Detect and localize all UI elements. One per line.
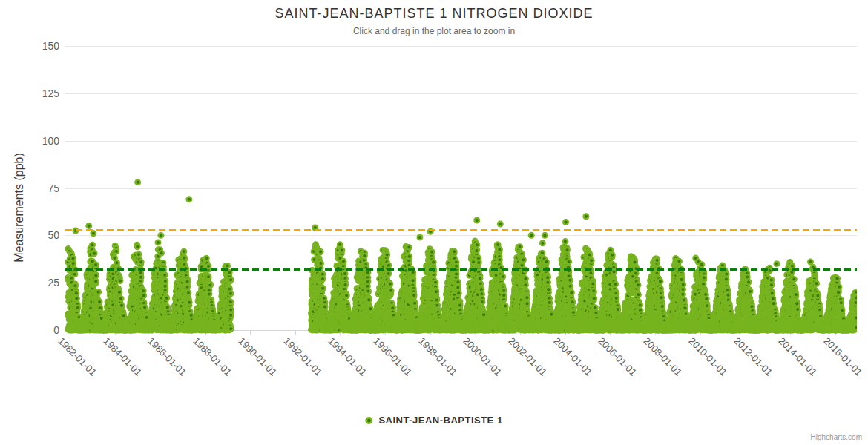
upper-threshold-line [65,229,857,231]
x-axis-tick-label: 1996-01-01 [371,335,414,378]
y-axis-tick-label: 150 [6,40,59,52]
x-axis-tick-label: 1998-01-01 [416,335,459,378]
x-axis-tick-label: 1984-01-01 [101,335,144,378]
x-axis-tick-label: 1994-01-01 [326,335,369,378]
lower-threshold-line [65,268,857,271]
x-axis-tick-label: 2014-01-01 [777,335,820,378]
y-axis-tick-label: 0 [6,324,59,336]
highcharts-credits-link[interactable]: Highcharts.com [811,433,862,441]
scatter-points-canvas[interactable] [65,46,857,338]
chart-title: SAINT-JEAN-BAPTISTE 1 NITROGEN DIOXIDE [0,6,868,22]
series-marker-icon [365,417,372,424]
x-axis-tick-label: 2000-01-01 [461,335,504,378]
x-axis-tick-label: 2002-01-01 [506,335,549,378]
legend-series-label: SAINT-JEAN-BAPTISTE 1 [378,415,502,426]
x-axis-tick-label: 1988-01-01 [191,335,234,378]
x-axis-tick-label: 1982-01-01 [56,335,99,378]
highcharts-container: SAINT-JEAN-BAPTISTE 1 NITROGEN DIOXIDE C… [0,0,868,445]
x-axis-tick-label: 2016-01-01 [821,335,864,378]
x-axis-tick-label: 2004-01-01 [551,335,594,378]
x-axis-tick-label: 2006-01-01 [596,335,640,378]
y-axis-title: Measurements (ppb) [13,153,26,263]
y-axis-tick-label: 100 [6,135,59,147]
plot-area[interactable] [65,46,857,338]
y-axis-tick-label: 75 [6,182,59,194]
x-axis-tick-label: 2010-01-01 [686,335,729,378]
x-axis-tick-label: 1992-01-01 [281,335,324,378]
x-axis-tick-label: 1990-01-01 [236,335,279,378]
y-axis-tick-label: 125 [6,88,59,99]
legend-item-series[interactable]: SAINT-JEAN-BAPTISTE 1 [365,415,502,426]
y-axis-tick-label: 50 [6,229,59,241]
chart-subtitle: Click and drag in the plot area to zoom … [0,26,868,36]
x-axis-tick-label: 1986-01-01 [146,335,189,378]
x-axis-tick-label: 2008-01-01 [641,335,684,378]
y-axis-tick-label: 25 [6,277,59,289]
x-axis-tick-label: 2012-01-01 [731,335,775,378]
